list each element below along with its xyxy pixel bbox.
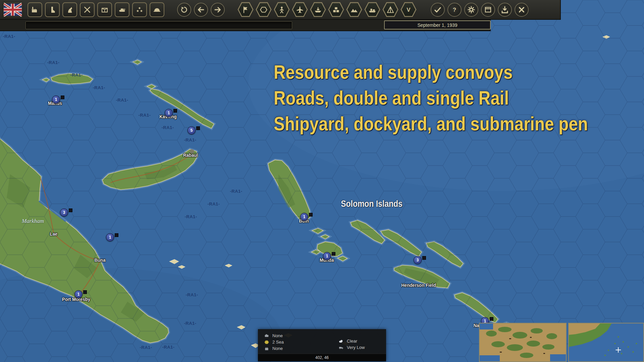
unit-flag-box	[309, 213, 313, 217]
unit-strength-badge[interactable]: 1	[52, 96, 60, 104]
weather-clear-icon	[338, 339, 344, 344]
info-row: None	[264, 333, 338, 339]
unit-strength-value: 3	[417, 258, 419, 262]
window-icon	[484, 6, 492, 14]
casualties-button[interactable]	[150, 2, 164, 17]
convoys-toggle[interactable]	[364, 2, 380, 17]
city-label-buna: Buna	[95, 257, 106, 263]
land-units-toggle[interactable]	[274, 2, 290, 17]
transport-icon	[368, 6, 376, 14]
unit-strength-badge[interactable]: 1	[165, 109, 173, 117]
warship-icon	[314, 6, 322, 14]
help-button[interactable]: ?	[447, 3, 462, 17]
game-window: -RA1--RA1--RA1--RA1--RA1--RA1--RA1--RA1-…	[0, 0, 644, 362]
naval-units-toggle[interactable]	[310, 2, 326, 17]
unit-strength-value: 1	[303, 215, 306, 219]
resources-toggle[interactable]	[328, 2, 344, 17]
settings-button[interactable]	[464, 3, 478, 17]
unit-strength-badge[interactable]: 1	[106, 233, 114, 241]
aircraft-icon	[296, 6, 304, 14]
region-label-solomon-islands: Solomon Islands	[341, 199, 402, 209]
gear-icon	[467, 6, 475, 14]
supply-crate-icon	[101, 6, 109, 14]
manpower-button[interactable]	[45, 2, 60, 17]
unit-chip-icon	[264, 333, 269, 339]
previous-unit-button[interactable]	[194, 3, 208, 17]
convoy-route-label: -RA1-	[161, 125, 174, 130]
arrow-left-icon	[197, 6, 205, 14]
terrain-toggle[interactable]	[346, 2, 362, 17]
end-turn-button[interactable]	[431, 3, 445, 17]
tank-icon	[118, 6, 126, 14]
terrain-hex-icon	[264, 340, 269, 345]
convoy-route-label: -RA1-	[116, 98, 128, 103]
map-art	[0, 0, 644, 362]
unit-strength-value: 5	[191, 128, 193, 133]
city-label-lae: Lae	[50, 231, 58, 237]
unit-flag-box	[173, 109, 177, 113]
svg-text:?: ?	[453, 6, 456, 13]
active-nation-flag[interactable]	[3, 2, 22, 17]
convoy-route-label: -RA1-	[3, 34, 15, 39]
unit-strength-badge[interactable]: 1	[74, 290, 83, 298]
map-canvas[interactable]	[0, 0, 644, 362]
tutorial-overlay: Resource and supply convoysRoads, double…	[274, 59, 588, 136]
exit-button[interactable]	[515, 3, 529, 17]
info-row-label: None	[272, 346, 283, 351]
production-button[interactable]	[28, 2, 42, 17]
crossed-rifles-icon	[83, 6, 91, 14]
convoy-route-label: -RA1-	[70, 72, 83, 77]
tutorial-text-line: Roads, double and single Rail	[274, 85, 588, 111]
save-button[interactable]	[498, 3, 512, 17]
unit-strength-badge[interactable]: 5	[187, 126, 196, 134]
undo-button[interactable]	[177, 3, 191, 17]
unit-strength-badge[interactable]: 3	[414, 256, 422, 264]
convoy-route-label: -RA1-	[185, 292, 198, 297]
next-unit-button[interactable]	[211, 3, 225, 17]
unit-flag-box	[196, 126, 200, 130]
help-icon: ?	[450, 6, 459, 14]
convoy-route-label: -RA1-	[184, 214, 197, 219]
cavalry-button[interactable]	[62, 2, 77, 17]
units-button[interactable]	[115, 2, 129, 17]
unit-flag-box	[83, 290, 87, 294]
convoy-route-label: -RA1-	[184, 321, 196, 326]
flags-toggle[interactable]	[237, 2, 254, 17]
supply-button[interactable]	[97, 2, 112, 17]
tutorial-text-line: Shipyard, dockyard, and submarine pen	[274, 111, 588, 136]
unit-strength-value: 3	[63, 210, 65, 215]
resources-icon	[332, 6, 340, 14]
check-icon	[434, 6, 442, 14]
combat-button[interactable]	[80, 2, 95, 17]
helmet-icon	[153, 6, 161, 14]
convoy-route-label: -RA1-	[140, 345, 152, 350]
air-units-toggle[interactable]	[292, 2, 308, 17]
game-date: September 1, 1939	[384, 20, 491, 29]
hexagon-icon	[260, 6, 268, 14]
medals-button[interactable]	[132, 2, 147, 17]
info-row: None	[264, 345, 338, 352]
city-label-rabaul: Rabaul	[183, 152, 198, 158]
hex-coordinates: 402, 46	[258, 354, 386, 361]
unit-strength-badge[interactable]: 3	[60, 208, 68, 217]
protractor-icon	[386, 6, 394, 14]
victory-toggle[interactable]: V	[400, 2, 417, 17]
convoy-route-label: -RA1-	[207, 201, 220, 206]
measure-toggle[interactable]	[382, 2, 398, 17]
infantry-icon	[278, 6, 286, 14]
convoy-route-label: -RA1-	[138, 113, 151, 118]
hex-grid-toggle[interactable]	[256, 2, 272, 17]
minimap-east[interactable]	[568, 323, 644, 362]
tile-info-panel: None2 SeaNone ClearVery Low 402, 46	[258, 329, 386, 361]
cavalry-icon	[66, 6, 74, 14]
unit-strength-badge[interactable]: 1	[300, 213, 308, 221]
close-icon	[518, 6, 526, 14]
convoy-route-label: -RA1-	[162, 345, 174, 350]
unit-strength-value: 1	[326, 254, 328, 258]
window-mode-button[interactable]	[481, 3, 495, 17]
arrow-right-icon	[214, 6, 222, 14]
unit-strength-badge[interactable]: 1	[323, 252, 331, 260]
minimap-west[interactable]	[479, 323, 567, 362]
supply-truck-icon	[338, 345, 344, 350]
unit-flag-box	[61, 96, 64, 99]
